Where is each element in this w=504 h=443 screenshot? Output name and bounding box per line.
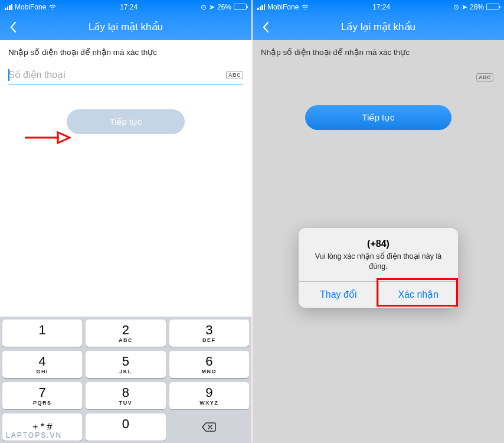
key-2[interactable]: 2ABC <box>86 320 165 347</box>
page-title: Lấy lại mật khẩu <box>271 21 485 33</box>
continue-button[interactable]: Tiếp tục <box>305 105 451 130</box>
instruction-text: Nhập số điện thoại để nhận mã xác thực <box>8 47 243 57</box>
abc-toggle[interactable]: ABC <box>226 71 243 79</box>
nav-bar: Lấy lại mật khẩu <box>253 14 504 40</box>
key-6[interactable]: 6MNO <box>169 351 249 378</box>
battery-percent: 26% <box>470 3 484 11</box>
phone-screenshot-right: MobiFone 17:24 ⊙ ➤ 26% Lấy lại mật khẩu … <box>253 0 504 443</box>
location-icon: ➤ <box>462 3 467 11</box>
page-title: Lấy lại mật khẩu <box>19 21 233 33</box>
signal-icon <box>257 4 265 10</box>
carrier-label: MobiFone <box>267 3 299 11</box>
clock: 17:24 <box>372 3 390 11</box>
change-button[interactable]: Thay đổi <box>299 282 379 308</box>
key-9[interactable]: 9WXYZ <box>169 382 249 409</box>
clock: 17:24 <box>120 3 138 11</box>
key-backspace[interactable] <box>169 413 249 441</box>
battery-icon <box>486 4 499 10</box>
signal-icon <box>5 4 12 10</box>
dialog-message: Vui lòng xác nhận số điện thoại này là đ… <box>308 252 449 272</box>
key-7[interactable]: 7PQRS <box>2 382 82 409</box>
key-4[interactable]: 4GHI <box>2 351 82 378</box>
battery-percent: 26% <box>217 3 231 11</box>
text-cursor <box>8 69 9 81</box>
status-bar: MobiFone 17:24 ⊙ ➤ 26% <box>253 0 504 14</box>
dialog-title: (+84) <box>308 239 449 249</box>
key-0[interactable]: 0 <box>86 413 165 441</box>
back-button[interactable] <box>7 21 19 33</box>
instruction-text: Nhập số điện thoại để nhận mã xác thực <box>261 47 496 57</box>
phone-input-row: ABC <box>8 70 243 84</box>
wifi-icon <box>301 4 309 10</box>
alarm-icon: ⊙ <box>453 3 459 11</box>
phone-screenshot-left: MobiFone 17:24 ⊙ ➤ 26% Lấy lại mật khẩu … <box>0 0 251 443</box>
continue-button[interactable]: Tiếp tục <box>67 109 185 134</box>
alarm-icon: ⊙ <box>201 3 207 11</box>
phone-input[interactable] <box>8 70 226 80</box>
watermark: LAPTOPS.VN <box>6 431 62 439</box>
status-bar: MobiFone 17:24 ⊙ ➤ 26% <box>0 0 251 14</box>
numeric-keypad: 1 2ABC 3DEF 4GHI 5JKL 6MNO 7PQRS 8TUV 9W… <box>0 317 251 443</box>
wifi-icon <box>48 4 57 10</box>
confirm-button[interactable]: Xác nhận <box>379 282 459 308</box>
key-3[interactable]: 3DEF <box>169 320 249 347</box>
key-1[interactable]: 1 <box>2 320 82 347</box>
carrier-label: MobiFone <box>15 3 46 11</box>
abc-toggle[interactable]: ABC <box>476 73 493 82</box>
key-5[interactable]: 5JKL <box>86 351 165 378</box>
confirm-dialog: (+84) Vui lòng xác nhận số điện thoại nà… <box>299 228 458 308</box>
battery-icon <box>234 4 247 10</box>
back-button[interactable] <box>260 21 271 33</box>
location-icon: ➤ <box>209 3 215 11</box>
nav-bar: Lấy lại mật khẩu <box>0 14 251 40</box>
chevron-left-icon <box>262 21 269 33</box>
chevron-left-icon <box>9 21 17 33</box>
key-8[interactable]: 8TUV <box>86 382 165 409</box>
backspace-icon <box>201 421 217 433</box>
